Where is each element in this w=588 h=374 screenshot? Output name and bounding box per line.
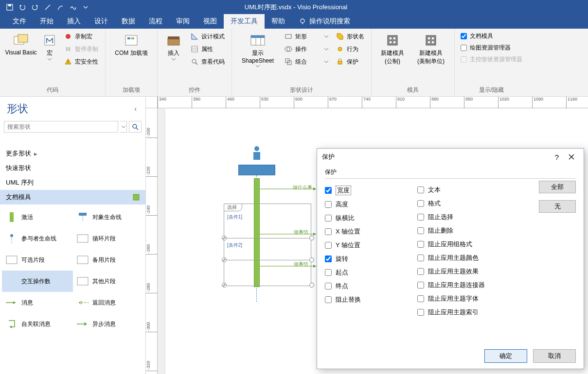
fragment-label: 选择	[224, 204, 242, 211]
shape-other-fragment[interactable]: 其他片段	[73, 271, 144, 292]
select-all-button[interactable]: 全部	[539, 181, 576, 193]
protect-checkbox[interactable]: 终点	[325, 282, 408, 290]
protect-checkbox[interactable]: 阻止应用主题颜色	[417, 254, 500, 262]
protect-checkbox[interactable]: 格式	[417, 199, 500, 208]
shape-object-lifeline[interactable]: 对象生命线	[73, 206, 144, 228]
undo-button[interactable]	[17, 1, 28, 13]
tab-home[interactable]: 开始	[33, 14, 60, 29]
behavior-button[interactable]: 行为	[333, 43, 367, 55]
protect-checkbox[interactable]: 阻止应用主题效果	[417, 267, 500, 276]
search-dropdown-button[interactable]	[120, 121, 127, 133]
tab-insert[interactable]: 插入	[60, 14, 88, 29]
protect-checkbox[interactable]: Y 轴位置	[325, 241, 408, 250]
svg-point-21	[192, 59, 196, 63]
tab-developer[interactable]: 开发工具	[224, 14, 265, 29]
shape-interaction-operand[interactable]: 交互操作数	[2, 271, 73, 292]
shape-actor-lifeline[interactable]: 参与者生命线	[2, 228, 73, 249]
search-button[interactable]	[129, 121, 142, 133]
protect-checkbox[interactable]: 阻止应用主题连接器	[417, 281, 500, 289]
shape-activation[interactable]: 激活	[2, 206, 73, 228]
tab-review[interactable]: 审阅	[169, 14, 196, 29]
operand-separator[interactable]	[224, 238, 311, 238]
shape-message[interactable]: 消息	[2, 292, 73, 313]
save-button[interactable]	[4, 1, 16, 13]
dialog-close-button[interactable]	[564, 150, 579, 164]
shape-loop-fragment[interactable]: 循环片段	[73, 228, 144, 249]
macros-button[interactable]: 宏	[40, 31, 59, 63]
message-arrow[interactable]	[260, 265, 318, 268]
selection-handle[interactable]	[309, 283, 314, 288]
actor-shape[interactable]	[252, 146, 262, 161]
new-stencil-us-button[interactable]: 新建模具 (美制单位)	[411, 31, 450, 68]
lifeline-header[interactable]	[238, 165, 275, 175]
new-stencil-metric-button[interactable]: 新建模具 (公制)	[375, 31, 410, 68]
lightbulb-icon	[299, 17, 306, 25]
line-tool-button[interactable]	[42, 1, 53, 13]
more-shapes-button[interactable]: 更多形状▸	[0, 146, 145, 161]
visual-basic-button[interactable]: Visual Basic	[4, 31, 38, 58]
insert-control-button[interactable]: 插入	[161, 31, 186, 63]
message-arrow[interactable]	[260, 187, 318, 190]
combine-button[interactable]: 组合	[282, 56, 331, 68]
protect-checkbox[interactable]: 旋转	[325, 255, 408, 263]
protection-button[interactable]: 保护	[333, 56, 367, 68]
redo-button[interactable]	[29, 1, 41, 13]
shape-alt-fragment[interactable]: 备用片段	[73, 249, 144, 271]
ok-button[interactable]: 确定	[484, 349, 527, 363]
tab-design[interactable]: 设计	[88, 14, 115, 29]
tab-view[interactable]: 视图	[196, 14, 224, 29]
alt-fragment-frame[interactable]: 选择 [条件1] [条件2]	[224, 204, 311, 286]
document-stencil-category[interactable]: 文档模具	[0, 190, 145, 204]
freeform-tool-button[interactable]	[67, 1, 79, 13]
record-macro-button[interactable]: 录制宏	[61, 31, 101, 42]
protect-checkbox[interactable]: 阻止删除	[417, 226, 500, 235]
tab-data[interactable]: 数据	[115, 14, 142, 29]
shape-name-button[interactable]: 形状名	[333, 31, 367, 42]
view-code-button[interactable]: 查看代码	[188, 56, 228, 68]
design-mode-button[interactable]: 设计模式	[188, 31, 228, 42]
tab-process[interactable]: 流程	[142, 14, 169, 29]
show-shapesheet-button[interactable]: 显示 ShapeSheet	[236, 31, 280, 69]
shape-self-message[interactable]: 自关联消息	[2, 313, 73, 335]
protect-checkbox[interactable]: 阻止应用组格式	[417, 240, 500, 249]
cancel-button[interactable]: 取消	[533, 349, 576, 363]
collapse-pane-button[interactable]: ‹	[132, 103, 139, 115]
arc-tool-button[interactable]	[54, 1, 66, 13]
doc-stencil-checkbox[interactable]: 文档模具	[459, 31, 524, 41]
tell-me-search[interactable]: 操作说明搜索	[292, 14, 357, 29]
selection-handle[interactable]	[222, 283, 227, 288]
protect-checkbox[interactable]: 阻止选择	[417, 213, 500, 221]
uml-sequence-category[interactable]: UML 序列	[0, 175, 145, 190]
shape-return-message[interactable]: 返回消息	[73, 292, 144, 313]
com-addins-button[interactable]: COM 加载项	[109, 31, 153, 59]
protect-checkbox[interactable]: 阻止应用主题索引	[417, 308, 500, 317]
rectangle-tool-button[interactable]: 矩形	[282, 31, 331, 42]
quick-shapes-button[interactable]: 快速形状	[0, 161, 145, 175]
protect-checkbox[interactable]: X 轴位置	[325, 227, 408, 236]
protect-checkbox[interactable]: 阻止替换	[325, 295, 408, 304]
properties-button[interactable]: 属性	[188, 43, 228, 55]
protect-checkbox[interactable]: 阻止应用主题字体	[417, 294, 500, 303]
shape-async-message[interactable]: 异步消息	[73, 313, 144, 335]
protect-checkbox[interactable]: 宽度	[325, 186, 408, 195]
protect-checkbox[interactable]: 文本	[417, 186, 500, 194]
shape-opt-fragment[interactable]: 可选片段	[2, 249, 73, 271]
drawing-explorer-checkbox[interactable]: 绘图资源管理器	[459, 42, 524, 53]
protect-checkbox[interactable]: 高度	[325, 200, 408, 209]
message-arrow[interactable]	[260, 233, 318, 236]
tab-help[interactable]: 帮助	[265, 14, 292, 29]
macro-security-button[interactable]: 宏安全性	[61, 56, 101, 68]
operations-button[interactable]: 操作	[282, 43, 331, 55]
protect-checkbox[interactable]: 起点	[325, 268, 408, 277]
select-none-button[interactable]: 无	[539, 200, 576, 213]
selection-handle[interactable]	[222, 236, 227, 240]
tab-file[interactable]: 文件	[6, 14, 33, 29]
selection-handle[interactable]	[309, 257, 314, 262]
qat-customize-button[interactable]	[80, 1, 91, 13]
dialog-help-button[interactable]: ?	[550, 150, 564, 164]
operand-separator[interactable]	[224, 260, 311, 260]
selection-handle[interactable]	[309, 236, 314, 240]
search-shapes-input[interactable]	[4, 121, 118, 133]
protect-checkbox[interactable]: 纵横比	[325, 214, 408, 222]
selection-handle[interactable]	[222, 257, 227, 262]
